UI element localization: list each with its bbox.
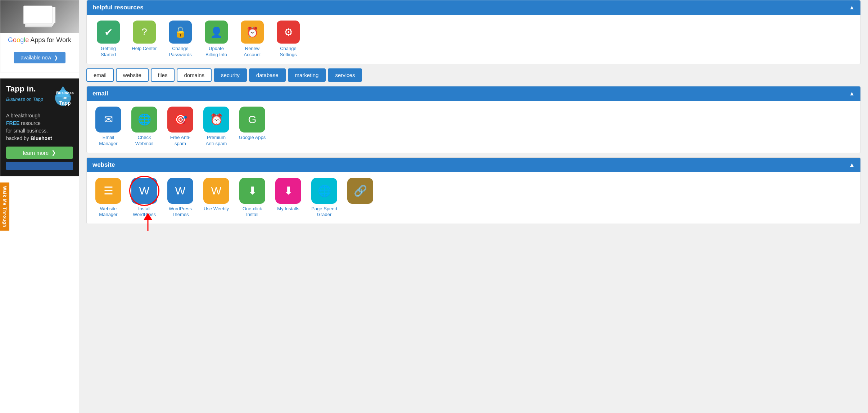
filter-tabs: emailwebsitefilesdomainssecuritydatabase… xyxy=(86,68,861,82)
tapp-title: Tapp in. xyxy=(6,84,36,93)
website-item-one-click-install[interactable]: ⬇ One-clickInstall xyxy=(238,178,267,218)
tapp-logo: Tapp in. xyxy=(6,84,43,94)
available-now-button[interactable]: available now ❯ xyxy=(14,52,66,63)
tapp-description: A breakthrough FREE resourcefor small bu… xyxy=(6,112,73,142)
email-item-premium-antispam[interactable]: ⏰ PremiumAnti-spam xyxy=(202,107,231,147)
email-section-header: email ▲ xyxy=(87,86,860,101)
filter-tab-marketing[interactable]: marketing xyxy=(288,68,326,82)
helpful-resources-title: helpful resources xyxy=(92,4,144,11)
tapp-blue-bar xyxy=(6,162,73,170)
website-icon-page-speed-grader: 🌐 xyxy=(311,178,337,204)
website-item-use-weebly[interactable]: W Use Weebly xyxy=(202,178,231,212)
helpful-resources-collapse-icon[interactable]: ▲ xyxy=(849,4,855,11)
red-arrow-svg xyxy=(141,213,155,234)
paper-stack-image xyxy=(23,4,56,29)
website-label-website-manager: WebsiteManager xyxy=(99,206,117,218)
email-section-title: email xyxy=(92,90,108,97)
website-label-use-weebly: Use Weebly xyxy=(204,206,229,212)
website-icon-my-installs: ⬇ xyxy=(275,178,301,204)
resource-icon-update-billing: 👤 xyxy=(205,21,228,44)
email-icon-email-manager: ✉ xyxy=(95,107,121,133)
website-item-page-speed-grader[interactable]: 🌐 Page SpeedGrader xyxy=(310,178,339,218)
filter-tab-domains[interactable]: domains xyxy=(177,68,212,82)
website-section-title: website xyxy=(92,161,115,169)
email-item-free-antispam[interactable]: 🎯 Free Anti-spam xyxy=(166,107,195,147)
filter-tab-email[interactable]: email xyxy=(86,68,114,82)
email-label-premium-antispam: PremiumAnti-spam xyxy=(206,135,227,147)
email-label-free-antispam: Free Anti-spam xyxy=(170,135,190,147)
website-grid: ☰ WebsiteManager W InstallWordPress W Wo… xyxy=(87,172,860,224)
website-label-page-speed-grader: Page SpeedGrader xyxy=(311,206,337,218)
resource-icon-help-center: ? xyxy=(133,21,156,44)
resource-item-getting-started[interactable]: ✔ GettingStarted xyxy=(94,21,123,58)
helpful-resources-header: helpful resources ▲ xyxy=(87,0,860,15)
resource-icon-renew-account: ⏰ xyxy=(241,21,264,44)
website-icon-website-manager: ☰ xyxy=(95,178,121,204)
filter-tab-services[interactable]: services xyxy=(328,68,362,82)
svg-marker-8 xyxy=(144,213,152,220)
resource-label-help-center: Help Center xyxy=(132,46,157,52)
filter-tab-files[interactable]: files xyxy=(151,68,175,82)
svg-rect-4 xyxy=(23,6,52,24)
filter-tab-database[interactable]: database xyxy=(249,68,286,82)
website-section-header: website ▲ xyxy=(87,158,860,172)
resource-label-change-settings: ChangeSettings xyxy=(280,46,297,58)
filter-tab-security[interactable]: security xyxy=(214,68,247,82)
email-icon-free-antispam: 🎯 xyxy=(167,107,193,133)
google-logo: Google Apps for Work xyxy=(0,33,79,46)
email-label-email-manager: EmailManager xyxy=(99,135,117,147)
resource-label-renew-account: RenewAccount xyxy=(244,46,261,58)
email-item-email-manager[interactable]: ✉ EmailManager xyxy=(94,107,123,147)
resource-item-change-settings[interactable]: ⚙ ChangeSettings xyxy=(274,21,303,58)
website-item-website-manager[interactable]: ☰ WebsiteManager xyxy=(94,178,123,218)
resource-item-help-center[interactable]: ? Help Center xyxy=(130,21,159,52)
resource-label-getting-started: GettingStarted xyxy=(101,46,116,58)
available-now-arrow: ❯ xyxy=(54,55,58,60)
email-section: email ▲ ✉ EmailManager 🌐 CheckWebmail 🎯 … xyxy=(86,86,861,153)
resource-item-renew-account[interactable]: ⏰ RenewAccount xyxy=(238,21,267,58)
email-collapse-icon[interactable]: ▲ xyxy=(849,90,855,97)
resource-item-update-billing[interactable]: 👤 UpdateBilling Info xyxy=(202,21,231,58)
email-label-check-webmail: CheckWebmail xyxy=(135,135,153,147)
resource-label-update-billing: UpdateBilling Info xyxy=(205,46,227,58)
email-icon-premium-antispam: ⏰ xyxy=(203,107,229,133)
resource-label-change-passwords: ChangePasswords xyxy=(169,46,192,58)
google-ad-image xyxy=(0,0,79,33)
available-now-label: available now xyxy=(21,55,51,60)
email-label-google-apps: Google Apps xyxy=(239,135,266,141)
website-section: website ▲ ☰ WebsiteManager W InstallWord… xyxy=(86,157,861,224)
email-icon-google-apps: G xyxy=(239,107,265,133)
resource-icon-getting-started: ✔ xyxy=(97,21,120,44)
website-icon-one-click-install: ⬇ xyxy=(239,178,265,204)
filter-tab-website[interactable]: website xyxy=(116,68,149,82)
email-item-check-webmail[interactable]: 🌐 CheckWebmail xyxy=(130,107,159,147)
website-item-wordpress-themes[interactable]: W WordPressThemes xyxy=(166,178,195,218)
resource-item-change-passwords[interactable]: 🔓 ChangePasswords xyxy=(166,21,195,58)
website-collapse-icon[interactable]: ▲ xyxy=(849,162,855,168)
learn-more-arrow: ❯ xyxy=(51,149,56,156)
wordpress-arrow-pointer xyxy=(141,213,155,236)
resource-icon-change-passwords: 🔓 xyxy=(169,21,192,44)
website-item-link-item[interactable]: 🔗 xyxy=(346,178,375,204)
email-item-google-apps[interactable]: G Google Apps xyxy=(238,107,267,141)
website-item-install-wordpress[interactable]: W InstallWordPress xyxy=(130,178,159,218)
email-icon-check-webmail: 🌐 xyxy=(131,107,157,133)
main-content: helpful resources ▲ ✔ GettingStarted ? H… xyxy=(79,0,868,413)
website-icon-link-item: 🔗 xyxy=(347,178,373,204)
website-label-wordpress-themes: WordPressThemes xyxy=(169,206,192,218)
tapp-ad: Tapp in. Business on Tapp BusinessonTapp… xyxy=(0,78,79,176)
walk-me-through-tab[interactable]: Walk Me Through xyxy=(0,182,9,231)
email-grid: ✉ EmailManager 🌐 CheckWebmail 🎯 Free Ant… xyxy=(87,101,860,153)
learn-more-button[interactable]: learn more ❯ xyxy=(6,147,73,159)
website-label-one-click-install: One-clickInstall xyxy=(243,206,262,218)
website-label-my-installs: My Installs xyxy=(277,206,299,212)
tapp-subtitle: Business on Tapp xyxy=(6,96,43,102)
website-icon-use-weebly: W xyxy=(203,178,229,204)
website-icon-install-wordpress: W xyxy=(131,178,157,204)
website-item-my-installs[interactable]: ⬇ My Installs xyxy=(274,178,303,212)
google-ad: Google Apps for Work available now ❯ xyxy=(0,0,79,72)
tapp-desc1: A breakthrough xyxy=(6,113,40,118)
website-icon-wordpress-themes: W xyxy=(167,178,193,204)
learn-more-label: learn more xyxy=(23,150,49,156)
left-sidebar: Google Apps for Work available now ❯ Tap… xyxy=(0,0,79,413)
